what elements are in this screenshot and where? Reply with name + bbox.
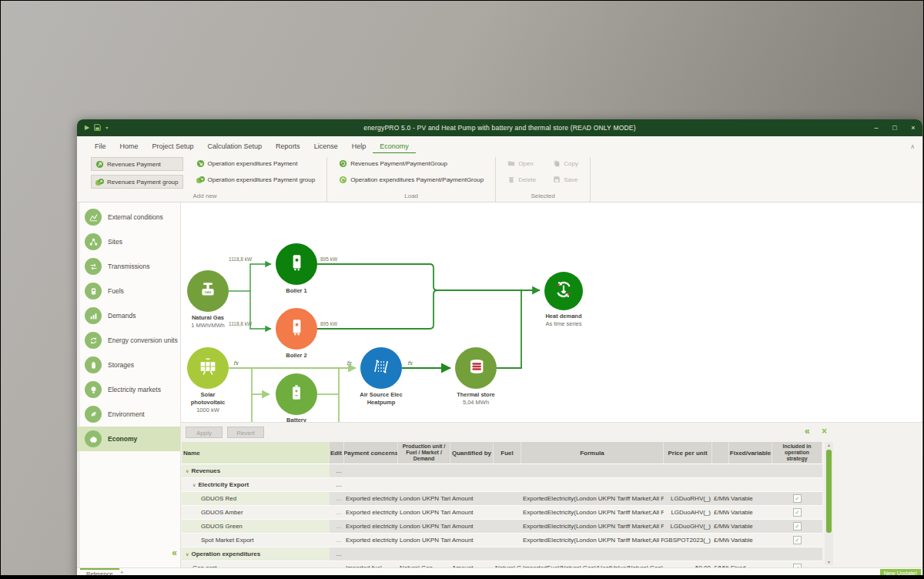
node-boiler-1[interactable] [276, 243, 317, 285]
chevron-down-icon[interactable]: ∨ [192, 482, 196, 487]
table-row-gduos-amber[interactable]: GDUOS Amber … Exported electricity Londo… [182, 506, 822, 520]
save-selected-icon [553, 176, 561, 183]
diagram-canvas: GAS Natural Gas1 MWh/MWh Boiler 1 [181, 202, 922, 422]
sidebar-collapse-icon[interactable]: « [172, 547, 177, 558]
menu-file[interactable]: File [88, 139, 113, 153]
edit-button[interactable]: … [330, 464, 344, 477]
sidebar-item-storages[interactable]: Storages [77, 353, 180, 377]
ribbon-collapse-icon[interactable]: ∧ [910, 143, 915, 153]
table-row-electricity-export[interactable]: ∨Electricity Export … [182, 478, 822, 492]
edit-button[interactable]: … [330, 492, 344, 505]
maximize-button[interactable]: □ [886, 119, 904, 136]
node-boiler-2[interactable] [276, 308, 317, 350]
panel-collapse-icon[interactable]: « [805, 426, 810, 437]
load-revenues-paymentgroup-button[interactable]: Revenues Payment/PaymentGroup [335, 157, 487, 169]
sidebar-item-fuels[interactable]: Fuels [77, 279, 180, 303]
sidebar-item-label: Energy conversion units [108, 336, 178, 344]
menu-economy[interactable]: Economy [373, 139, 416, 153]
revenues-payment-button[interactable]: Revenues Payment [91, 157, 183, 171]
apply-button[interactable]: Apply [186, 427, 223, 438]
included-checkbox[interactable]: ✓ [793, 508, 802, 517]
operation-expenditures-payment-group-button[interactable]: Operation expenditures Payment group [192, 173, 320, 186]
app-window: ▶ ▾ energyPRO 5.0 - PV and Heat Pump wit… [77, 119, 922, 579]
included-checkbox[interactable]: ✓ [793, 536, 802, 544]
table-row-gduos-green[interactable]: GDUOS Green … Exported electricity Londo… [182, 520, 822, 534]
copy-label: Copy [564, 160, 578, 167]
col-name[interactable]: Name [182, 442, 330, 464]
col-unit[interactable] [712, 442, 729, 464]
save-selected-button[interactable]: Save [549, 173, 582, 186]
save-icon[interactable] [94, 124, 101, 132]
menu-help[interactable]: Help [345, 139, 373, 153]
revert-button[interactable]: Revert [227, 427, 264, 438]
run-icon[interactable]: ▶ [85, 125, 89, 131]
panel-close-icon[interactable]: × [822, 426, 827, 437]
edit-button[interactable]: … [330, 478, 344, 491]
menu-project-setup[interactable]: Project Setup [146, 139, 201, 153]
table-row-revenues[interactable]: ∨Revenues … [182, 464, 822, 478]
edit-button[interactable]: … [330, 547, 344, 561]
table-header-row: Name Edit Payment concerns Production un… [182, 442, 822, 464]
edit-button[interactable]: … [330, 506, 344, 519]
included-checkbox[interactable]: ✓ [793, 494, 802, 503]
col-fuel[interactable]: Fuel [494, 442, 521, 464]
scroll-up-icon[interactable]: ▲ [825, 443, 833, 447]
chevron-down-icon[interactable]: ∨ [186, 468, 189, 474]
sidebar-item-transmissions[interactable]: Transmissions [77, 254, 180, 279]
ribbon-group-label-add-new: Add new [91, 192, 319, 199]
close-button[interactable]: × [904, 119, 922, 136]
included-checkbox[interactable]: ✓ [793, 522, 802, 530]
col-payment-concerns[interactable]: Payment concerns [344, 442, 398, 464]
menu-license[interactable]: License [307, 139, 345, 153]
menu-reports[interactable]: Reports [269, 139, 307, 153]
sidebar-item-energy-conversion-units[interactable]: Energy conversion units [77, 328, 180, 353]
col-price-per-unit[interactable]: Price per unit [664, 442, 712, 464]
bar-chart-icon [85, 307, 102, 324]
sidebar-item-economy[interactable]: Economy [77, 427, 180, 451]
fuel-pump-icon [85, 283, 102, 300]
col-edit[interactable]: Edit [330, 442, 344, 464]
open-button[interactable]: Open [504, 157, 540, 169]
col-production-unit[interactable]: Production unit / Fuel / Market / Demand [398, 442, 450, 464]
table-row-operation-expenditures[interactable]: ∨Operation expenditures … [182, 547, 822, 561]
edit-button[interactable]: … [330, 534, 344, 547]
delete-label: Delete [518, 176, 536, 183]
sidebar-item-demands[interactable]: Demands [77, 303, 180, 328]
revenues-payment-group-button[interactable]: Revenues Payment group [91, 175, 183, 189]
quick-access-caret-icon[interactable]: ▾ [105, 126, 108, 130]
node-heat-demand[interactable] [544, 272, 583, 310]
node-natural-gas[interactable]: GAS [187, 270, 229, 312]
sidebar-item-electricity-markets[interactable]: Electricity markets [77, 377, 180, 402]
operation-expenditures-payment-button[interactable]: Operation expenditures Payment [192, 157, 320, 169]
col-included-in-operation-strategy[interactable]: Included in operation strategy [772, 442, 822, 464]
sidebar-item-sites[interactable]: Sites [77, 229, 180, 254]
minimize-button[interactable]: – [867, 119, 886, 136]
col-quantified-by[interactable]: Quantified by [450, 442, 494, 464]
table-scrollbar[interactable]: ▲ ▼ [825, 442, 833, 565]
node-battery[interactable] [276, 373, 317, 415]
flow-label-boiler1-out: 895 kW [320, 256, 337, 262]
gas-valve-icon: GAS [198, 279, 218, 303]
edit-button[interactable]: … [330, 520, 344, 533]
col-formula[interactable]: Formula [521, 442, 664, 464]
node-air-source-elec-heatpump[interactable] [360, 347, 402, 389]
table-row-gduos-red[interactable]: GDUOS Red … Exported electricity London … [182, 492, 822, 506]
menu-calculation-setup[interactable]: Calculation Setup [201, 139, 270, 153]
load-revenues-paymentgroup-label: Revenues Payment/PaymentGroup [350, 160, 447, 167]
menu-home[interactable]: Home [113, 139, 146, 153]
revenues-payment-group-label: Revenues Payment group [107, 179, 179, 186]
col-fixed-variable[interactable]: Fixed/variable [729, 442, 772, 464]
copy-button[interactable]: Copy [549, 157, 582, 169]
sidebar-item-environment[interactable]: Environment [77, 402, 180, 427]
scroll-down-icon[interactable]: ▼ [825, 560, 833, 564]
sidebar-item-label: Fuels [108, 287, 124, 295]
scrollbar-thumb[interactable] [826, 450, 832, 533]
delete-button[interactable]: Delete [504, 173, 540, 186]
leaf-icon [85, 406, 102, 423]
table-row-spot-market-export[interactable]: Spot Market Export … Exported electricit… [182, 534, 822, 547]
chevron-down-icon[interactable]: ∨ [186, 551, 189, 557]
sidebar-item-external-conditions[interactable]: External conditions [77, 205, 180, 229]
load-operation-expenditures-paymentgroup-button[interactable]: Operation expenditures Payment/PaymentGr… [335, 173, 487, 186]
node-thermal-store[interactable] [455, 347, 497, 389]
node-solar-photovoltaic[interactable] [187, 347, 229, 389]
